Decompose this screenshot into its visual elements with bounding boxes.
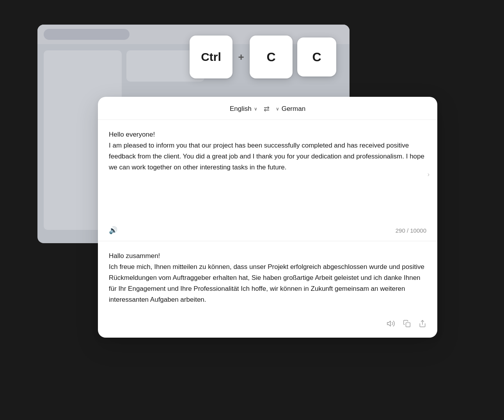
language-bar: English ∨ ⇄ ∨ German bbox=[98, 97, 437, 120]
source-text-line1: Hello everyone! bbox=[109, 129, 426, 140]
source-lang-chevron: ∨ bbox=[254, 106, 257, 112]
translation-tts-button[interactable] bbox=[387, 319, 395, 330]
source-footer: 🔊 290 / 10000 bbox=[98, 221, 437, 241]
translation-panel: English ∨ ⇄ ∨ German › Hello everyone! I… bbox=[98, 97, 437, 338]
source-text-area[interactable]: Hello everyone! I am pleased to inform y… bbox=[98, 120, 437, 221]
source-language-selector[interactable]: English ∨ bbox=[230, 105, 257, 113]
svg-rect-1 bbox=[406, 323, 410, 327]
translation-text-line1: Hallo zusammen! bbox=[109, 251, 426, 262]
target-language-selector[interactable]: ∨ German bbox=[276, 105, 305, 113]
translation-text-content: Hallo zusammen! Ich freue mich, Ihnen mi… bbox=[109, 251, 426, 305]
translation-text-body: Ich freue mich, Ihnen mitteilen zu könne… bbox=[109, 262, 426, 305]
source-tts-button[interactable]: 🔊 bbox=[109, 226, 117, 235]
bg-addressbar bbox=[44, 29, 130, 40]
plus-separator: + bbox=[237, 51, 245, 63]
c-key-1: C bbox=[250, 36, 293, 78]
target-lang-chevron: ∨ bbox=[276, 106, 279, 112]
char-counter: 290 / 10000 bbox=[396, 227, 426, 234]
svg-marker-0 bbox=[387, 321, 390, 326]
source-text-body: I am pleased to inform you that our proj… bbox=[109, 140, 426, 173]
c-key-2: C bbox=[297, 37, 336, 77]
translation-text-area: Hallo zusammen! Ich freue mich, Ihnen mi… bbox=[98, 241, 437, 313]
translation-footer bbox=[98, 313, 437, 338]
keyboard-shortcut: Ctrl + C C bbox=[190, 36, 336, 78]
source-language-label: English bbox=[230, 105, 252, 113]
ctrl-key: Ctrl bbox=[190, 36, 232, 78]
copy-translation-button[interactable] bbox=[403, 320, 411, 329]
share-translation-button[interactable] bbox=[419, 320, 426, 329]
source-text-content: Hello everyone! I am pleased to inform y… bbox=[109, 129, 426, 173]
swap-languages-button[interactable]: ⇄ bbox=[264, 105, 270, 113]
target-language-label: German bbox=[282, 105, 305, 113]
